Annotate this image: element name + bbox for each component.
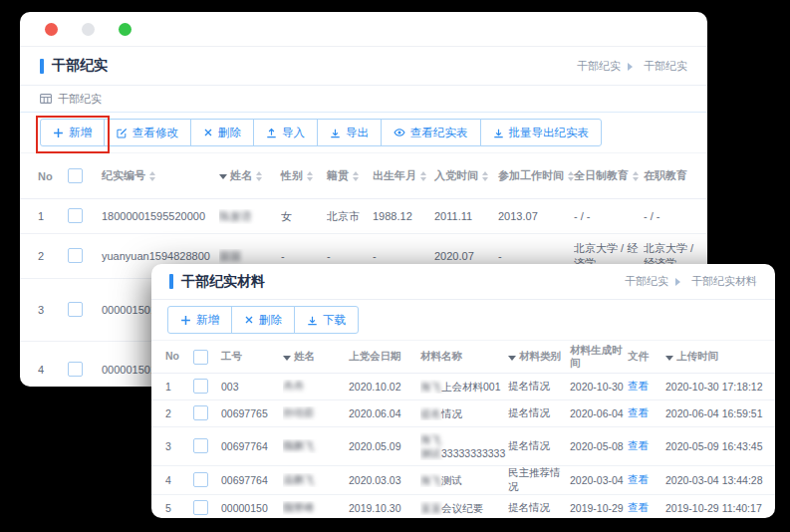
delete-button[interactable]: 删除 [231, 306, 295, 334]
column-header-no: No [38, 170, 68, 182]
filter-icon[interactable] [283, 356, 291, 365]
row-checkbox[interactable] [193, 500, 208, 515]
filter-icon[interactable] [508, 356, 516, 365]
maximize-window-button[interactable] [119, 23, 132, 36]
row-checkbox[interactable] [193, 472, 208, 487]
cell-material-name: 海飞上会材料001 [420, 380, 508, 394]
select-all-checkbox[interactable] [193, 350, 208, 365]
eye-icon [394, 127, 405, 138]
column-header-work-start[interactable]: 参加工作时间 [498, 168, 574, 183]
table-row[interactable]: 2 00697765 孙培弈 2020.06.04 提名情况 提名情况 2020… [151, 400, 775, 427]
view-record-table-button[interactable]: 查看纪实表 [381, 119, 481, 146]
breadcrumb-root[interactable]: 干部纪实 [625, 274, 668, 289]
cell-fulltime-edu: - / - [574, 210, 644, 222]
column-header-upload-time[interactable]: 上传时间 [665, 350, 775, 363]
column-header-material-name[interactable]: 材料名称 [420, 350, 508, 363]
row-checkbox[interactable] [193, 379, 208, 394]
row-checkbox-cell [193, 472, 221, 489]
sort-icon[interactable] [420, 171, 426, 181]
sort-icon[interactable] [482, 171, 488, 181]
page-title-text: 干部纪实 [52, 57, 108, 75]
column-header-onjob-edu[interactable]: 在职教育 [644, 168, 707, 183]
sort-icon[interactable] [353, 171, 359, 181]
view-edit-button[interactable]: 查看修改 [104, 119, 191, 146]
table-row[interactable]: 4 00697764 温鹏飞 2020.03.03 海飞测试 民主推荐情况 20… [151, 466, 775, 495]
cell-work-start: 2013.07 [498, 210, 574, 222]
sort-icon[interactable] [149, 171, 155, 181]
column-header-name[interactable]: 姓名 [283, 350, 349, 363]
column-header-file: 文件 [628, 350, 665, 363]
column-header-category[interactable]: 材料类别 [508, 350, 570, 363]
download-button[interactable]: 下载 [294, 306, 359, 334]
table-row[interactable]: 5 00000150 魏警峰 2019.10.30 某某会议纪要 提名情况 20… [151, 495, 775, 518]
delete-button[interactable]: 删除 [190, 119, 254, 146]
breadcrumb-root[interactable]: 干部纪实 [577, 59, 621, 74]
view-file-link[interactable]: 查看 [628, 439, 649, 451]
select-all-checkbox[interactable] [68, 168, 83, 183]
filter-icon[interactable] [665, 356, 673, 365]
cell-upload-time: 2019-10-29 11:40:17 [665, 502, 775, 514]
batch-export-button[interactable]: 批量导出纪实表 [480, 119, 603, 146]
cell-gender: 女 [281, 209, 327, 224]
cell-birth: - [373, 250, 434, 262]
column-header-fulltime-edu[interactable]: 全日制教育 [574, 168, 644, 183]
table-grid-icon [40, 93, 52, 105]
column-header-emp-id[interactable]: 工号 [221, 350, 283, 363]
column-header-meeting-date[interactable]: 上党会日期 [349, 350, 420, 363]
column-header-name[interactable]: 姓名 [219, 168, 281, 183]
row-checkbox-cell [193, 438, 221, 455]
table-row[interactable]: 3 00697764 魏鹏飞 2020.05.09 海飞 测试333333333… [151, 427, 775, 466]
export-button[interactable]: 导出 [317, 119, 382, 146]
table-row[interactable]: 1 003 丹丹 2020.10.02 海飞上会材料001 提名情况 2020-… [151, 374, 775, 400]
plus-icon [53, 128, 64, 138]
cell-record-id: 18000001595520000 [102, 210, 219, 222]
row-index: 3 [38, 304, 68, 316]
column-header-birth[interactable]: 出生年月 [373, 168, 434, 183]
table-row[interactable]: 1 18000001595520000 陈发语 女 北京市 1988.12 20… [20, 199, 707, 234]
row-checkbox[interactable] [193, 438, 208, 453]
cell-file: 查看 [628, 406, 665, 420]
cell-meeting-date: 2020.05.09 [349, 440, 420, 452]
row-index: 1 [165, 381, 193, 393]
column-header-record-id[interactable]: 纪实编号 [102, 168, 219, 183]
minimize-window-button[interactable] [82, 23, 95, 36]
cell-party-join: 2020.07 [434, 250, 498, 262]
view-file-link[interactable]: 查看 [628, 406, 649, 418]
add-button[interactable]: 新增 [167, 306, 232, 334]
toolbar-button-group: 新增 删除 下载 [167, 306, 359, 334]
cell-material-name: 提名情况 [420, 406, 508, 420]
column-header-generated[interactable]: 材料生成时间 [570, 344, 628, 370]
row-index: 5 [165, 502, 193, 514]
add-button[interactable]: 新增 [40, 119, 105, 146]
toolbar-button-group: 新增 查看修改 删除 导入 导出 [40, 119, 602, 146]
import-button[interactable]: 导入 [253, 119, 318, 146]
column-header-party-join[interactable]: 入党时间 [434, 168, 498, 183]
header-checkbox-cell [193, 350, 221, 365]
cell-name: 丹丹 [283, 380, 349, 394]
sort-icon[interactable] [256, 171, 262, 181]
column-header-gender[interactable]: 性别 [281, 168, 327, 183]
view-file-link[interactable]: 查看 [628, 501, 649, 513]
row-index: 4 [38, 364, 68, 376]
row-checkbox[interactable] [68, 208, 83, 223]
sort-icon[interactable] [633, 171, 639, 181]
header-checkbox-cell [68, 168, 102, 183]
row-checkbox[interactable] [68, 248, 83, 263]
breadcrumb-current: 干部纪实材料 [691, 274, 757, 289]
view-file-link[interactable]: 查看 [628, 380, 649, 392]
close-window-button[interactable] [45, 23, 58, 36]
cell-birth: 1988.12 [373, 210, 434, 222]
row-index: 2 [38, 250, 68, 262]
view-file-link[interactable]: 查看 [628, 473, 649, 485]
sort-icon[interactable] [307, 171, 313, 181]
cell-generated: 2020-10-30 [570, 381, 628, 393]
cell-category: 提名情况 [508, 501, 570, 515]
cell-file: 查看 [628, 380, 665, 394]
filter-icon[interactable] [219, 174, 227, 183]
row-checkbox[interactable] [68, 302, 83, 317]
window-cadre-record-materials: 干部纪实材料 干部纪实 干部纪实材料 新增 删除 下载 [151, 264, 775, 518]
row-checkbox[interactable] [68, 362, 83, 377]
cell-gender: - [281, 250, 327, 262]
row-checkbox[interactable] [193, 405, 208, 420]
column-header-native-place[interactable]: 籍贯 [327, 168, 373, 183]
